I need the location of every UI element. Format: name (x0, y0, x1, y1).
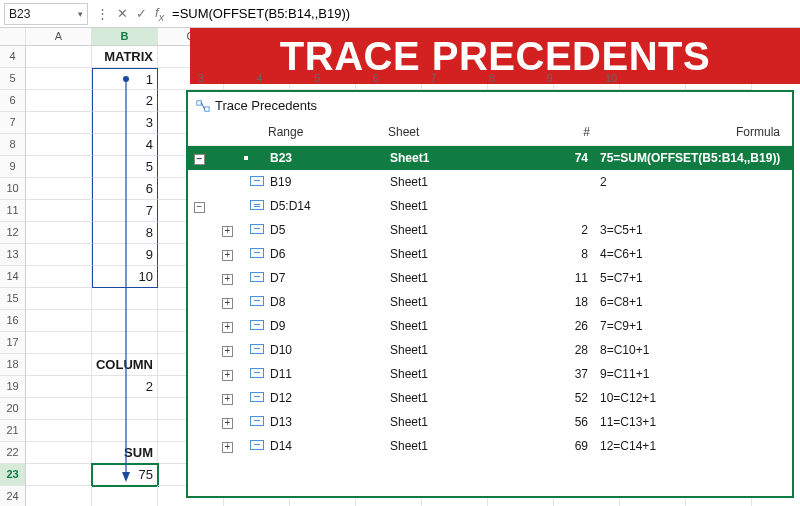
cell-A16[interactable] (26, 310, 92, 332)
cell-B12[interactable]: 8 (92, 222, 158, 244)
range-cell: D8 (264, 293, 384, 311)
cell-B8[interactable]: 4 (92, 134, 158, 156)
row-header[interactable]: 14 (0, 266, 26, 288)
row-header[interactable]: 20 (0, 398, 26, 420)
cell-B13[interactable]: 9 (92, 244, 158, 266)
cell-A21[interactable] (26, 420, 92, 442)
expander-icon[interactable]: − (194, 154, 205, 165)
cell-A4[interactable] (26, 46, 92, 68)
cell-A13[interactable] (26, 244, 92, 266)
row-header[interactable]: 21 (0, 420, 26, 442)
cell-B20[interactable] (92, 398, 158, 420)
precedent-row[interactable]: +D7Sheet1115=C7+1 (188, 266, 792, 290)
name-box[interactable]: B23 ▾ (4, 3, 88, 25)
cell-A9[interactable] (26, 156, 92, 178)
cell-B16[interactable] (92, 310, 158, 332)
row-header[interactable]: 6 (0, 90, 26, 112)
expander-icon[interactable]: + (222, 274, 233, 285)
cell-A24[interactable] (26, 486, 92, 506)
cell-A8[interactable] (26, 134, 92, 156)
cell-B6[interactable]: 2 (92, 90, 158, 112)
col-header[interactable]: B (92, 28, 158, 45)
chevron-down-icon[interactable]: ▾ (78, 9, 83, 19)
expander-icon[interactable]: + (222, 322, 233, 333)
expander-icon[interactable]: + (222, 394, 233, 405)
cell-A14[interactable] (26, 266, 92, 288)
row-header[interactable]: 22 (0, 442, 26, 464)
expander-icon[interactable]: + (222, 370, 233, 381)
precedent-row[interactable]: B19Sheet12 (188, 170, 792, 194)
cell-B11[interactable]: 7 (92, 200, 158, 222)
cell-B22[interactable]: SUM (92, 442, 158, 464)
formula-text[interactable]: =SUM(OFFSET(B5:B14,,B19)) (172, 6, 350, 21)
row-header[interactable]: 12 (0, 222, 26, 244)
col-header[interactable]: A (26, 28, 92, 45)
cell-B5[interactable]: 1 (92, 68, 158, 90)
expander-icon[interactable]: + (222, 346, 233, 357)
row-header[interactable]: 23 (0, 464, 26, 486)
precedent-row[interactable]: +D12Sheet15210=C12+1 (188, 386, 792, 410)
cell-B19[interactable]: 2 (92, 376, 158, 398)
cell-B10[interactable]: 6 (92, 178, 158, 200)
precedent-row[interactable]: +D6Sheet184=C6+1 (188, 242, 792, 266)
cell-B7[interactable]: 3 (92, 112, 158, 134)
confirm-icon[interactable]: ✓ (136, 6, 147, 21)
cell-B21[interactable] (92, 420, 158, 442)
range-cell: D11 (264, 365, 384, 383)
cell-B24[interactable] (92, 486, 158, 506)
expander-icon[interactable]: + (222, 250, 233, 261)
precedent-row[interactable]: +D10Sheet1288=C10+1 (188, 338, 792, 362)
cell-A5[interactable] (26, 68, 92, 90)
row-header[interactable]: 15 (0, 288, 26, 310)
cell-B14[interactable]: 10 (92, 266, 158, 288)
row-header[interactable]: 16 (0, 310, 26, 332)
precedent-row[interactable]: +D11Sheet1379=C11+1 (188, 362, 792, 386)
precedent-row[interactable]: +D8Sheet1186=C8+1 (188, 290, 792, 314)
cell-B23[interactable]: 75 (92, 464, 158, 486)
precedent-row[interactable]: +D9Sheet1267=C9+1 (188, 314, 792, 338)
row-header[interactable]: 9 (0, 156, 26, 178)
fx-icon[interactable]: fx (155, 5, 164, 23)
cell-A7[interactable] (26, 112, 92, 134)
expander-icon[interactable]: + (222, 418, 233, 429)
cell-B15[interactable] (92, 288, 158, 310)
row-header[interactable]: 19 (0, 376, 26, 398)
range-icon (250, 392, 264, 402)
cell-A19[interactable] (26, 376, 92, 398)
row-header[interactable]: 24 (0, 486, 26, 506)
precedent-row[interactable]: +D13Sheet15611=C13+1 (188, 410, 792, 434)
expander-icon[interactable]: − (194, 202, 205, 213)
precedent-row[interactable]: −D5:D14Sheet1 (188, 194, 792, 218)
row-header[interactable]: 18 (0, 354, 26, 376)
cell-A20[interactable] (26, 398, 92, 420)
expander-icon[interactable]: + (222, 298, 233, 309)
cancel-icon[interactable]: ✕ (117, 6, 128, 21)
cell-B9[interactable]: 5 (92, 156, 158, 178)
row-header[interactable]: 17 (0, 332, 26, 354)
cell-A23[interactable] (26, 464, 92, 486)
row-header[interactable]: 8 (0, 134, 26, 156)
row-header[interactable]: 4 (0, 46, 26, 68)
row-header[interactable]: 10 (0, 178, 26, 200)
row-header[interactable]: 5 (0, 68, 26, 90)
cell-A12[interactable] (26, 222, 92, 244)
cell-B18[interactable]: COLUMN (92, 354, 158, 376)
cell-A6[interactable] (26, 90, 92, 112)
sheet-cell: Sheet1 (384, 365, 534, 383)
expander-icon[interactable]: + (222, 226, 233, 237)
expander-icon[interactable]: + (222, 442, 233, 453)
precedent-row[interactable]: +D5Sheet123=C5+1 (188, 218, 792, 242)
cell-A18[interactable] (26, 354, 92, 376)
cell-B17[interactable] (92, 332, 158, 354)
cell-A11[interactable] (26, 200, 92, 222)
row-header[interactable]: 11 (0, 200, 26, 222)
cell-A15[interactable] (26, 288, 92, 310)
cell-A10[interactable] (26, 178, 92, 200)
precedent-row[interactable]: −B23Sheet17475=SUM(OFFSET(B5:B14,,B19)) (188, 146, 792, 170)
cell-A17[interactable] (26, 332, 92, 354)
cell-B4[interactable]: MATRIX (92, 46, 158, 68)
row-header[interactable]: 13 (0, 244, 26, 266)
cell-A22[interactable] (26, 442, 92, 464)
precedent-row[interactable]: +D14Sheet16912=C14+1 (188, 434, 792, 458)
row-header[interactable]: 7 (0, 112, 26, 134)
